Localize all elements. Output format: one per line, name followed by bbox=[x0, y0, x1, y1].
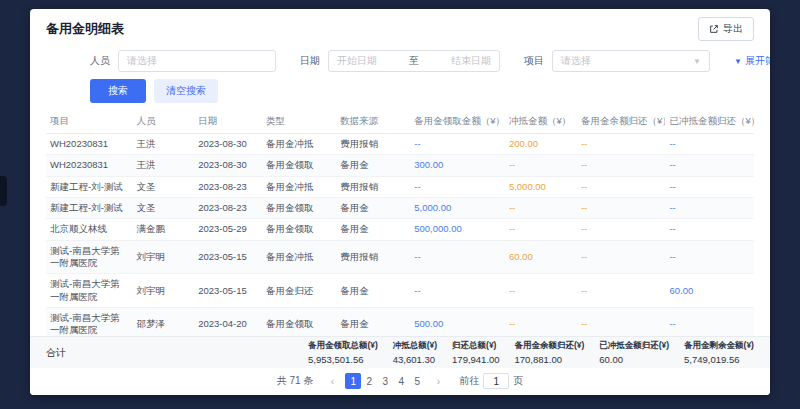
cell-offset-return: -- bbox=[665, 198, 754, 219]
cell-received-amount: -- bbox=[410, 240, 505, 274]
page-button-5[interactable]: 5 bbox=[409, 373, 425, 389]
app-background: 备用金明细表 导出 人员 请选择 日期 bbox=[0, 0, 800, 409]
pagination: 共 71 条 ‹ 12345 › 前往 1 页 bbox=[30, 368, 770, 395]
table-row[interactable]: 测试-南昌大学第一附属医院 刘宇明 2023-05-15 备用金冲抵 费用报销 … bbox=[46, 240, 754, 274]
cell-offset-amount: 5,000.00 bbox=[505, 176, 577, 197]
search-button[interactable]: 搜索 bbox=[90, 79, 146, 103]
goto-page: 前往 1 页 bbox=[459, 373, 523, 389]
cell-offset-return: -- bbox=[665, 176, 754, 197]
cell-offset-return: -- bbox=[665, 155, 754, 176]
cell-project: WH20230831 bbox=[46, 134, 132, 155]
petty-cash-panel: 备用金明细表 导出 人员 请选择 日期 bbox=[30, 9, 770, 395]
cell-balance-return: -- bbox=[577, 134, 666, 155]
cell-source: 备用金 bbox=[336, 308, 410, 336]
cell-type: 备用金领取 bbox=[262, 308, 336, 336]
summary-item: 已冲抵金额归还(¥) 60.00 bbox=[599, 340, 669, 365]
summary-item-label: 冲抵总额(¥) bbox=[393, 340, 437, 352]
cell-type: 备用金冲抵 bbox=[262, 176, 336, 197]
col-offset-header: 冲抵金额（¥） bbox=[505, 110, 577, 134]
cell-received-amount: 300.00 bbox=[410, 155, 505, 176]
cell-balance-return: -- bbox=[577, 240, 666, 274]
person-select-placeholder: 请选择 bbox=[127, 54, 157, 68]
date-filter: 日期 开始日期 至 结束日期 bbox=[300, 50, 500, 72]
page-button-2[interactable]: 2 bbox=[361, 373, 377, 389]
page-button-1[interactable]: 1 bbox=[345, 373, 361, 389]
person-filter-label: 人员 bbox=[90, 54, 110, 68]
date-end-input[interactable]: 结束日期 bbox=[451, 54, 491, 68]
cell-offset-amount: -- bbox=[505, 308, 577, 336]
summary-item-label: 已冲抵金额归还(¥) bbox=[599, 340, 669, 352]
table-row[interactable]: 北京顺义林线 满金鹏 2023-05-29 备用金领取 备用金 500,000.… bbox=[46, 219, 754, 240]
cell-received-amount: 5,000.00 bbox=[410, 198, 505, 219]
table-row[interactable]: 新建工程-刘-测试 文圣 2023-08-23 备用金领取 备用金 5,000.… bbox=[46, 198, 754, 219]
cell-person: 文圣 bbox=[132, 176, 194, 197]
cell-source: 费用报销 bbox=[336, 134, 410, 155]
cell-person: 王洪 bbox=[132, 134, 194, 155]
cell-person: 刘宇明 bbox=[132, 240, 194, 274]
cell-source: 备用金 bbox=[336, 198, 410, 219]
summary-item-value: 43,601.30 bbox=[393, 354, 437, 365]
cell-offset-return: -- bbox=[665, 308, 754, 336]
cell-date: 2023-08-23 bbox=[194, 198, 262, 219]
table-row[interactable]: 测试-南昌大学第一附属医院 邵梦泽 2023-04-20 备用金领取 备用金 5… bbox=[46, 308, 754, 336]
cell-received-amount: -- bbox=[410, 176, 505, 197]
cell-person: 邵梦泽 bbox=[132, 308, 194, 336]
cell-offset-amount: -- bbox=[505, 198, 577, 219]
col-type-header: 类型 bbox=[262, 110, 336, 134]
cell-person: 文圣 bbox=[132, 198, 194, 219]
summary-item-value: 60.00 bbox=[599, 354, 669, 365]
table-row[interactable]: WH20230831 王洪 2023-08-30 备用金领取 备用金 300.0… bbox=[46, 155, 754, 176]
project-select[interactable]: 请选择 ▼ bbox=[552, 50, 710, 72]
summary-item-value: 179,941.00 bbox=[452, 354, 500, 365]
cell-type: 备用金冲抵 bbox=[262, 240, 336, 274]
person-select[interactable]: 请选择 bbox=[118, 50, 276, 72]
cell-received-amount: 500.00 bbox=[410, 308, 505, 336]
cell-date: 2023-08-23 bbox=[194, 176, 262, 197]
cell-type: 备用金领取 bbox=[262, 219, 336, 240]
page-buttons: 12345 bbox=[345, 373, 425, 389]
table-row[interactable]: 新建工程-刘-测试 文圣 2023-08-23 备用金冲抵 费用报销 -- 5,… bbox=[46, 176, 754, 197]
drawer-handle[interactable] bbox=[0, 176, 7, 206]
cell-date: 2023-04-20 bbox=[194, 308, 262, 336]
col-balance-return-header: 备用金余额归还（¥） bbox=[577, 110, 666, 134]
export-button[interactable]: 导出 bbox=[698, 17, 754, 41]
cell-project: WH20230831 bbox=[46, 155, 132, 176]
cell-balance-return: -- bbox=[577, 176, 666, 197]
col-person-header: 人员 bbox=[132, 110, 194, 134]
page-button-4[interactable]: 4 bbox=[393, 373, 409, 389]
cell-type: 备用金归还 bbox=[262, 274, 336, 308]
cell-project: 测试-南昌大学第一附属医院 bbox=[46, 240, 132, 274]
prev-page-button[interactable]: ‹ bbox=[324, 373, 340, 389]
cell-person: 满金鹏 bbox=[132, 219, 194, 240]
date-start-input[interactable]: 开始日期 bbox=[337, 54, 377, 68]
total-count: 共 71 条 bbox=[277, 374, 314, 388]
table-row[interactable]: WH20230831 王洪 2023-08-30 备用金冲抵 费用报销 -- 2… bbox=[46, 134, 754, 155]
goto-suffix: 页 bbox=[513, 374, 523, 388]
goto-page-input[interactable]: 1 bbox=[483, 373, 509, 389]
summary-item-label: 备用金领取总额(¥) bbox=[308, 340, 378, 352]
expand-filter-link[interactable]: ▼ 展开筛选 bbox=[734, 54, 770, 68]
cell-project: 北京顺义林线 bbox=[46, 219, 132, 240]
project-select-placeholder: 请选择 bbox=[561, 54, 591, 68]
date-range-picker[interactable]: 开始日期 至 结束日期 bbox=[328, 50, 500, 72]
next-page-button[interactable]: › bbox=[430, 373, 446, 389]
cell-balance-return: -- bbox=[577, 155, 666, 176]
summary-total-label: 合计 bbox=[46, 346, 308, 360]
page-button-3[interactable]: 3 bbox=[377, 373, 393, 389]
cell-date: 2023-08-30 bbox=[194, 155, 262, 176]
table-row[interactable]: 测试-南昌大学第一附属医院 刘宇明 2023-05-15 备用金归还 备用金 -… bbox=[46, 274, 754, 308]
clear-search-button[interactable]: 清空搜索 bbox=[154, 79, 218, 103]
cell-balance-return: -- bbox=[577, 219, 666, 240]
summary-item-label: 备用金余额归还(¥) bbox=[515, 340, 585, 352]
summary-items: 备用金领取总额(¥) 5,953,501.56 冲抵总额(¥) 43,601.3… bbox=[308, 340, 754, 365]
col-source-header: 数据来源 bbox=[336, 110, 410, 134]
cell-offset-amount: -- bbox=[505, 274, 577, 308]
summary-item-value: 5,749,019.56 bbox=[684, 354, 754, 365]
filter-bar: 人员 请选择 日期 开始日期 至 结束日期 项目 请选择 ▼ bbox=[30, 45, 770, 76]
col-received-header: 备用金领取金额（¥） bbox=[410, 110, 505, 134]
cell-date: 2023-05-15 bbox=[194, 240, 262, 274]
cell-offset-return: 60.00 bbox=[665, 274, 754, 308]
cell-date: 2023-05-29 bbox=[194, 219, 262, 240]
cell-person: 王洪 bbox=[132, 155, 194, 176]
date-separator: 至 bbox=[409, 54, 419, 68]
